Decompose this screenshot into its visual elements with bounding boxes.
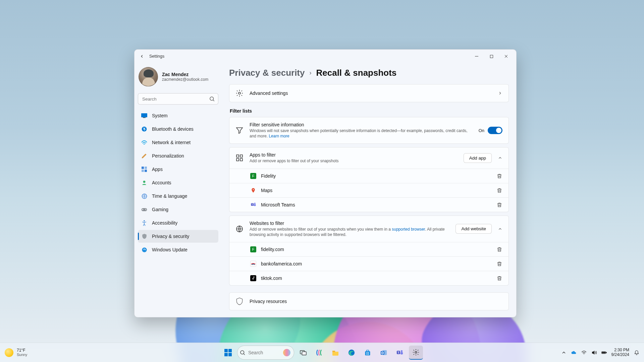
sidebar-item-gaming[interactable]: Gaming: [138, 203, 218, 216]
system-icon: [141, 113, 147, 119]
delete-icon[interactable]: [496, 187, 502, 193]
sun-icon: [5, 348, 13, 357]
wifi-icon[interactable]: [581, 350, 587, 355]
file-explorer-button[interactable]: [328, 346, 342, 360]
filter-sensitive-toggle[interactable]: [488, 127, 502, 134]
sidebar-item-windows-update[interactable]: Windows Update: [138, 243, 218, 256]
sidebar-item-bluetooth[interactable]: Bluetooth & devices: [138, 123, 218, 135]
app-label: Maps: [261, 188, 492, 193]
close-button[interactable]: [499, 51, 514, 61]
delete-icon[interactable]: [496, 275, 502, 281]
onedrive-icon[interactable]: [571, 350, 577, 355]
svg-rect-33: [367, 350, 369, 351]
add-website-button[interactable]: Add website: [455, 224, 492, 234]
svg-rect-5: [142, 167, 144, 169]
settings-taskbar-button[interactable]: [409, 346, 423, 360]
task-view-button[interactable]: [296, 346, 310, 360]
user-block[interactable]: Zac Mendez zacmendez@outlook.com: [138, 65, 218, 90]
taskbar-search[interactable]: [237, 346, 294, 360]
tray-chevron-icon[interactable]: [561, 350, 567, 355]
svg-rect-18: [240, 155, 243, 157]
svg-point-16: [238, 92, 240, 94]
weather-widget[interactable]: 71°F Sunny: [5, 348, 27, 357]
user-name: Zac Mendez: [162, 72, 208, 77]
sidebar: Zac Mendez zacmendez@outlook.com System …: [135, 63, 222, 317]
svg-point-24: [254, 203, 255, 204]
battery-icon[interactable]: [601, 350, 607, 355]
svg-point-12: [145, 208, 146, 209]
toggle-state-label: On: [479, 128, 484, 133]
svg-rect-44: [400, 352, 403, 354]
website-label: tiktok.com: [261, 276, 492, 281]
back-button[interactable]: [137, 52, 147, 61]
supported-browser-link[interactable]: supported browser: [392, 227, 425, 232]
filter-lists-label: Filter lists: [230, 108, 509, 114]
svg-rect-2: [141, 113, 147, 117]
sidebar-item-accessibility[interactable]: Accessibility: [138, 217, 218, 229]
sidebar-item-accounts[interactable]: Accounts: [138, 176, 218, 189]
svg-point-21: [253, 189, 254, 190]
breadcrumb-parent[interactable]: Privacy & security: [229, 68, 305, 78]
copilot-button[interactable]: [312, 346, 326, 360]
sidebar-item-time-language[interactable]: Time & language: [138, 190, 218, 202]
app-list-item: F Fidelity: [229, 169, 508, 183]
svg-rect-7: [142, 170, 144, 172]
delete-icon[interactable]: [496, 246, 502, 252]
maximize-button[interactable]: [484, 51, 499, 61]
clock-date: 9/24/2024: [611, 353, 629, 357]
learn-more-link[interactable]: Learn more: [269, 134, 289, 138]
svg-rect-0: [490, 55, 493, 58]
sidebar-item-label: Personalization: [152, 153, 184, 159]
sidebar-item-system[interactable]: System: [138, 109, 218, 122]
sidebar-nav: System Bluetooth & devices Network & int…: [138, 109, 218, 256]
store-button[interactable]: [361, 346, 375, 360]
shield-icon: [235, 297, 244, 305]
delete-icon[interactable]: [496, 173, 502, 179]
add-app-button[interactable]: Add app: [464, 153, 492, 163]
chevron-up-icon[interactable]: [498, 227, 502, 231]
accessibility-icon: [141, 220, 147, 226]
apps-icon: [235, 154, 244, 162]
minimize-button[interactable]: [469, 51, 484, 61]
website-label: bankofamerica.com: [261, 261, 492, 266]
website-list-item: bankofamerica.com: [229, 256, 508, 271]
sidebar-item-label: Network & internet: [152, 140, 191, 145]
gear-icon: [235, 89, 244, 97]
teams-button[interactable]: T: [393, 346, 407, 360]
tiktok-site-icon: [250, 275, 256, 281]
funnel-icon: [235, 126, 244, 134]
privacy-resources-card[interactable]: Privacy resources: [229, 292, 509, 310]
search-icon: [239, 348, 246, 357]
globe-icon: [235, 225, 244, 233]
apps-to-filter-title: Apps to filter: [250, 152, 458, 158]
svg-point-1: [210, 97, 214, 101]
bofa-site-icon: [250, 261, 256, 267]
website-list-item: F fidelity.com: [229, 242, 508, 256]
outlook-button[interactable]: [377, 346, 391, 360]
taskbar-search-input[interactable]: [248, 350, 280, 355]
sidebar-item-privacy-security[interactable]: Privacy & security: [138, 230, 218, 243]
volume-icon[interactable]: [591, 350, 597, 355]
website-list-item: tiktok.com: [229, 271, 508, 285]
shield-icon: [141, 233, 147, 239]
sidebar-search[interactable]: [138, 93, 218, 105]
app-label: Fidelity: [261, 173, 492, 179]
fidelity-app-icon: F: [250, 173, 256, 179]
chevron-up-icon[interactable]: [498, 156, 502, 160]
edge-button[interactable]: [344, 346, 359, 360]
sidebar-search-input[interactable]: [138, 93, 218, 105]
sidebar-item-label: Gaming: [152, 207, 168, 212]
sidebar-item-personalization[interactable]: Personalization: [138, 149, 218, 162]
time-language-icon: [141, 193, 147, 199]
notifications-icon[interactable]: [634, 350, 639, 355]
delete-icon[interactable]: [496, 261, 502, 267]
sidebar-item-apps[interactable]: Apps: [138, 163, 218, 176]
taskbar: 71°F Sunny T 2:30 PM 9/24/2024: [0, 343, 644, 362]
delete-icon[interactable]: [496, 202, 502, 208]
clock[interactable]: 2:30 PM 9/24/2024: [611, 348, 629, 357]
websites-to-filter-title: Websites to filter: [250, 221, 449, 226]
start-button[interactable]: [221, 346, 235, 360]
privacy-resources-label: Privacy resources: [250, 299, 502, 304]
sidebar-item-network[interactable]: Network & internet: [138, 136, 218, 149]
advanced-settings-card[interactable]: Advanced settings: [229, 84, 509, 102]
